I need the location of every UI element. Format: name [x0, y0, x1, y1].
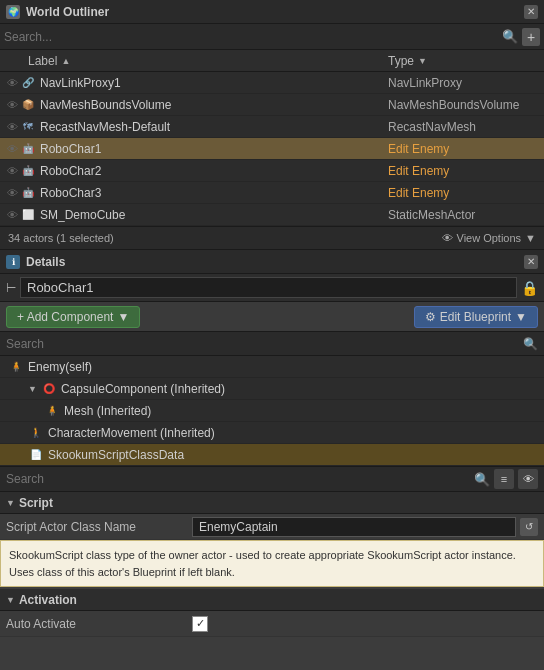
world-outliner-header: 🌍 World Outliner ✕	[0, 0, 544, 24]
eye-icon: 👁	[442, 232, 453, 244]
outliner-row[interactable]: 👁🤖RoboChar2Edit Enemy	[0, 160, 544, 182]
script-section-arrow-icon: ▼	[6, 498, 15, 508]
script-search-icon: 🔍	[474, 472, 490, 487]
details-icon: ℹ	[6, 255, 20, 269]
details-close-button[interactable]: ✕	[524, 255, 538, 269]
outliner-search-icon: 🔍	[502, 29, 518, 44]
script-search-input[interactable]	[6, 472, 470, 486]
eye-icon: 👁	[4, 207, 20, 223]
actor-type-label: NavLinkProxy	[384, 76, 544, 90]
actor-type-icon: 🗺	[20, 119, 36, 135]
actor-name-indent-icon: ⊢	[6, 281, 16, 295]
script-section-header[interactable]: ▼ Script	[0, 492, 544, 514]
actor-name-label: NavLinkProxy1	[40, 76, 384, 90]
type-sort-icon: ▼	[418, 56, 427, 66]
component-icon: ⭕	[41, 381, 57, 397]
chevron-down-icon: ▼	[525, 232, 536, 244]
script-actor-class-reset-button[interactable]: ↺	[520, 518, 538, 536]
actor-type-icon: 🔗	[20, 75, 36, 91]
activation-section-arrow-icon: ▼	[6, 595, 15, 605]
auto-activate-prop-row: Auto Activate ✓	[0, 611, 544, 637]
component-label: SkookumScriptClassData	[48, 448, 544, 462]
component-row[interactable]: 🧍Mesh (Inherited)	[0, 400, 544, 422]
dropdown-arrow-icon: ▼	[117, 310, 129, 324]
outliner-status-bar: 34 actors (1 selected) 👁 View Options ▼	[0, 226, 544, 250]
details-panel-header: ℹ Details ✕	[0, 250, 544, 274]
actor-name-label: NavMeshBoundsVolume	[40, 98, 384, 112]
col-type-header: Type ▼	[384, 54, 544, 68]
eye-icon: 👁	[4, 141, 20, 157]
world-outliner-panel: 🌍 World Outliner ✕ 🔍 + Label ▲ Type ▼ 👁🔗…	[0, 0, 544, 250]
expand-arrow-icon: ▼	[28, 384, 37, 394]
component-icon: 🧍	[8, 359, 24, 375]
outliner-row[interactable]: 👁🔗NavLinkProxy1NavLinkProxy	[0, 72, 544, 94]
component-label: Mesh (Inherited)	[64, 404, 544, 418]
component-search-bar: 🔍	[0, 332, 544, 356]
script-actor-class-value: ↺	[192, 517, 538, 537]
edit-bp-dropdown-icon: ▼	[515, 310, 527, 324]
eye-view-button[interactable]: 👁	[518, 469, 538, 489]
actor-count-label: 34 actors (1 selected)	[8, 232, 114, 244]
world-outliner-title: World Outliner	[26, 5, 109, 19]
component-row[interactable]: ▼⭕CapsuleComponent (Inherited)	[0, 378, 544, 400]
actor-type-icon: 🤖	[20, 141, 36, 157]
component-row[interactable]: 🚶CharacterMovement (Inherited)	[0, 422, 544, 444]
component-label: CapsuleComponent (Inherited)	[61, 382, 544, 396]
auto-activate-checkbox[interactable]: ✓	[192, 616, 208, 632]
script-tooltip: SkookumScript class type of the owner ac…	[0, 540, 544, 587]
component-row[interactable]: 📄SkookumScriptClassData	[0, 444, 544, 466]
outliner-search-bar: 🔍 +	[0, 24, 544, 50]
label-sort-icon: ▲	[61, 56, 70, 66]
actor-name-label: RecastNavMesh-Default	[40, 120, 384, 134]
script-actor-class-label: Script Actor Class Name	[6, 520, 186, 534]
eye-icon: 👁	[4, 163, 20, 179]
eye-icon: 👁	[4, 185, 20, 201]
details-toolbar: + Add Component ▼ ⚙ Edit Blueprint ▼	[0, 302, 544, 332]
component-search-icon: 🔍	[523, 337, 538, 351]
component-row[interactable]: 🧍Enemy(self)	[0, 356, 544, 378]
eye-icon: 👁	[4, 97, 20, 113]
world-outliner-icon: 🌍	[6, 5, 20, 19]
script-properties: Script Actor Class Name ↺	[0, 514, 544, 540]
actor-type-label: Edit Enemy	[384, 164, 544, 178]
component-search-input[interactable]	[6, 337, 519, 351]
col-label-header: Label ▲	[0, 54, 384, 68]
eye-icon: 👁	[4, 119, 20, 135]
activation-section-header[interactable]: ▼ Activation	[0, 589, 544, 611]
activation-section-title: Activation	[19, 593, 77, 607]
outliner-table-header: Label ▲ Type ▼	[0, 50, 544, 72]
details-panel: ℹ Details ✕ ⊢ 🔒 + Add Component ▼ ⚙ Edit…	[0, 250, 544, 466]
actor-type-label: Edit Enemy	[384, 186, 544, 200]
outliner-row[interactable]: 👁🤖RoboChar3Edit Enemy	[0, 182, 544, 204]
world-outliner-close-button[interactable]: ✕	[524, 5, 538, 19]
actor-type-label: NavMeshBoundsVolume	[384, 98, 544, 112]
component-icon: 🚶	[28, 425, 44, 441]
actor-name-label: RoboChar1	[40, 142, 384, 156]
lock-icon: 🔒	[521, 280, 538, 296]
outliner-row[interactable]: 👁⬜SM_DemoCubeStaticMeshActor	[0, 204, 544, 226]
view-options-button[interactable]: 👁 View Options ▼	[442, 232, 537, 244]
component-icon: 🧍	[44, 403, 60, 419]
actor-type-icon: 📦	[20, 97, 36, 113]
outliner-row[interactable]: 👁🤖RoboChar1Edit Enemy	[0, 138, 544, 160]
component-tree: 🧍Enemy(self)▼⭕CapsuleComponent (Inherite…	[0, 356, 544, 466]
component-icon: 📄	[28, 447, 44, 463]
edit-blueprint-button[interactable]: ⚙ Edit Blueprint ▼	[414, 306, 538, 328]
outliner-row[interactable]: 👁📦NavMeshBoundsVolumeNavMeshBoundsVolume	[0, 94, 544, 116]
list-view-button[interactable]: ≡	[494, 469, 514, 489]
add-component-button[interactable]: + Add Component ▼	[6, 306, 140, 328]
script-actor-class-input[interactable]	[192, 517, 516, 537]
actor-name-input[interactable]	[20, 277, 517, 298]
actor-name-label: RoboChar2	[40, 164, 384, 178]
script-search-bar: 🔍 ≡ 👁	[0, 466, 544, 492]
activation-properties: Auto Activate ✓	[0, 611, 544, 637]
script-section-title: Script	[19, 496, 53, 510]
outliner-add-button[interactable]: +	[522, 28, 540, 46]
actor-type-label: StaticMeshActor	[384, 208, 544, 222]
component-label: CharacterMovement (Inherited)	[48, 426, 544, 440]
outliner-search-input[interactable]	[4, 30, 498, 44]
outliner-rows-container: 👁🔗NavLinkProxy1NavLinkProxy👁📦NavMeshBoun…	[0, 72, 544, 226]
outliner-row[interactable]: 👁🗺RecastNavMesh-DefaultRecastNavMesh	[0, 116, 544, 138]
actor-type-label: RecastNavMesh	[384, 120, 544, 134]
actor-type-icon: 🤖	[20, 163, 36, 179]
